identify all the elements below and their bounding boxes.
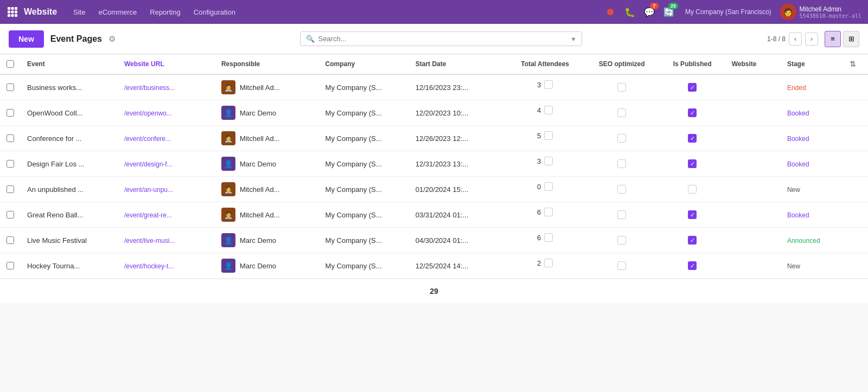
- table-row: Design Fair Los ... /event/design-f... 👤…: [0, 151, 868, 177]
- row-checkbox-5[interactable]: [7, 211, 14, 219]
- pagination: 1-8 / 8 ‹ ›: [767, 33, 818, 46]
- col-header-stage[interactable]: Stage: [781, 54, 843, 74]
- cell-responsible-7: 👤 Marc Demo: [221, 259, 312, 273]
- cell-company-7: My Company (S...: [319, 253, 409, 279]
- new-button[interactable]: New: [9, 30, 44, 48]
- search-icon: 🔍: [306, 35, 315, 43]
- cell-url-4[interactable]: /event/an-unpu...: [124, 186, 173, 194]
- user-menu[interactable]: 🧑 Mitchell Admin 55438610-master-all: [780, 4, 861, 20]
- cell-date-1: 12/20/2023 10:...: [409, 100, 506, 126]
- seo-unchecked-icon: [617, 83, 626, 92]
- cell-event-4[interactable]: An unpublished ...: [21, 177, 118, 202]
- search-input[interactable]: [318, 35, 568, 43]
- updates-icon[interactable]: 🔄 25: [661, 4, 676, 20]
- row-checkbox-3[interactable]: [7, 160, 14, 168]
- cell-published-3[interactable]: ✓: [660, 151, 725, 177]
- chat-icon[interactable]: 💬 7: [642, 4, 657, 20]
- chat-badge: 7: [650, 3, 659, 9]
- cell-date-0: 12/16/2023 23:...: [409, 74, 506, 100]
- cell-url-0[interactable]: /event/business...: [124, 84, 175, 92]
- record-icon[interactable]: [603, 4, 618, 20]
- cell-published-1[interactable]: ✓: [660, 100, 725, 126]
- cell-published-7[interactable]: ✓: [660, 253, 725, 279]
- cell-date-6: 04/30/2024 01:...: [409, 228, 506, 253]
- cell-published-4[interactable]: [660, 177, 725, 202]
- cell-published-0[interactable]: ✓: [660, 74, 725, 100]
- cell-website-2: [725, 126, 781, 151]
- select-all-checkbox[interactable]: [7, 60, 14, 68]
- nav-reporting[interactable]: Reporting: [144, 6, 186, 18]
- seo-unchecked-icon: [617, 108, 626, 117]
- col-header-responsible[interactable]: Responsible: [215, 54, 319, 74]
- col-header-company[interactable]: Company: [319, 54, 409, 74]
- cell-event-3[interactable]: Design Fair Los ...: [21, 151, 118, 177]
- cell-url-6[interactable]: /event/live-musi...: [124, 237, 175, 245]
- col-header-attendees[interactable]: Total Attendees: [506, 54, 584, 74]
- cell-url-5[interactable]: /event/great-re...: [124, 211, 172, 219]
- col-header-website[interactable]: Website: [725, 54, 781, 74]
- cell-event-1[interactable]: OpenWood Coll...: [21, 100, 118, 126]
- cell-url-2[interactable]: /event/confere...: [124, 135, 171, 143]
- nav-ecommerce[interactable]: eCommerce: [93, 6, 142, 18]
- bug-icon[interactable]: 🐛: [622, 4, 637, 20]
- cell-website-3: [725, 151, 781, 177]
- cell-event-5[interactable]: Great Reno Ball...: [21, 202, 118, 228]
- cell-seo-6[interactable]: [584, 228, 660, 253]
- responsible-name-5: Mitchell Ad...: [240, 211, 280, 219]
- col-header-published[interactable]: Is Published: [660, 54, 725, 74]
- cell-responsible-3: 👤 Marc Demo: [221, 157, 312, 171]
- cell-event-0[interactable]: Business works...: [21, 74, 118, 100]
- row-checkbox-2[interactable]: [7, 134, 14, 142]
- responsible-avatar-7: 👤: [221, 259, 235, 273]
- next-page-button[interactable]: ›: [805, 33, 818, 46]
- nav-configuration[interactable]: Configuration: [188, 6, 241, 18]
- cell-published-2[interactable]: ✓: [660, 126, 725, 151]
- cell-seo-3[interactable]: [584, 151, 660, 177]
- cell-url-1[interactable]: /event/openwo...: [124, 110, 172, 117]
- company-label: My Company (San Francisco): [685, 8, 771, 16]
- cell-published-6[interactable]: ✓: [660, 228, 725, 253]
- list-view-button[interactable]: ≡: [825, 31, 841, 47]
- row-checkbox-7[interactable]: [7, 262, 14, 269]
- nav-site[interactable]: Site: [68, 6, 91, 18]
- cell-company-3: My Company (S...: [319, 151, 409, 177]
- cell-seo-4[interactable]: [584, 177, 660, 202]
- cell-published-5[interactable]: ✓: [660, 202, 725, 228]
- cell-url-3[interactable]: /event/design-f...: [124, 160, 173, 168]
- table-row: Conference for ... /event/confere... 🧑‍💼…: [0, 126, 868, 151]
- cell-url-7[interactable]: /event/hockey-t...: [124, 262, 174, 270]
- column-adjust-icon[interactable]: ⇅: [850, 60, 856, 68]
- col-header-date[interactable]: Start Date: [409, 54, 506, 74]
- responsible-name-0: Mitchell Ad...: [240, 83, 280, 92]
- cell-seo-2[interactable]: [584, 126, 660, 151]
- col-header-seo[interactable]: SEO optimized: [584, 54, 660, 74]
- cell-seo-5[interactable]: [584, 202, 660, 228]
- apps-icon[interactable]: [7, 6, 18, 18]
- svg-rect-3: [8, 11, 10, 14]
- cell-seo-1[interactable]: [584, 100, 660, 126]
- cell-attendees-6: 6: [506, 228, 584, 247]
- row-checkbox-0[interactable]: [7, 83, 14, 91]
- responsible-avatar-6: 👤: [221, 233, 235, 247]
- search-dropdown-icon[interactable]: ▼: [571, 36, 577, 42]
- col-header-url[interactable]: Website URL: [118, 54, 215, 74]
- settings-gear-icon[interactable]: ⚙: [108, 34, 116, 44]
- cell-seo-0[interactable]: [584, 74, 660, 100]
- row-checkbox-1[interactable]: [7, 109, 14, 117]
- responsible-avatar-0: 🧑‍💼: [221, 80, 235, 94]
- col-header-event[interactable]: Event: [21, 54, 118, 74]
- cell-stage-1: Booked: [787, 110, 809, 117]
- row-checkbox-6[interactable]: [7, 236, 14, 244]
- cell-event-6[interactable]: Live Music Festival: [21, 228, 118, 253]
- cell-stage-7: New: [787, 262, 800, 270]
- responsible-name-2: Mitchell Ad...: [240, 134, 280, 143]
- row-checkbox-4[interactable]: [7, 185, 14, 193]
- cell-event-7[interactable]: Hockey Tourna...: [21, 253, 118, 279]
- svg-rect-5: [15, 11, 17, 14]
- prev-page-button[interactable]: ‹: [789, 33, 802, 46]
- kanban-view-button[interactable]: ⊞: [843, 31, 859, 47]
- brand-label: Website: [24, 7, 57, 17]
- cell-seo-7[interactable]: [584, 253, 660, 279]
- svg-rect-8: [15, 14, 17, 17]
- cell-event-2[interactable]: Conference for ...: [21, 126, 118, 151]
